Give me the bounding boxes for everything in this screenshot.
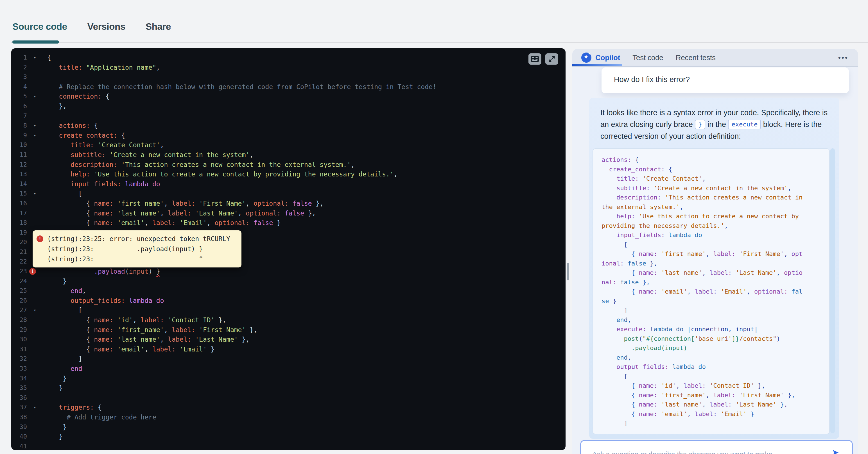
line-number: 14 xyxy=(11,179,27,189)
editor-line[interactable]: 34 } xyxy=(11,374,565,384)
editor-line[interactable]: 24 } xyxy=(11,277,565,286)
editor-line[interactable]: 26 output_fields: lambda do xyxy=(11,296,565,306)
editor-line[interactable]: 16 { name: 'first_name', label: 'First N… xyxy=(11,199,565,208)
editor-line[interactable]: 17 { name: 'last_name', label: 'Last Nam… xyxy=(11,208,565,218)
code-line: execute: lambda do |connection, input| xyxy=(601,324,829,334)
editor-line[interactable]: 3 xyxy=(11,72,565,82)
editor-line[interactable]: 40 } xyxy=(11,432,565,442)
corrected-code-block: actions: { create_contact: { title: 'Cre… xyxy=(592,148,830,434)
code-line: nal: false }, xyxy=(601,278,829,287)
editor-line[interactable]: 28 { name: 'id', label: 'Contact ID' }, xyxy=(11,315,565,325)
line-number: 15 xyxy=(11,189,27,199)
line-number: 41 xyxy=(11,442,27,450)
line-number: 27 xyxy=(11,305,27,315)
editor-line[interactable]: 31 { name: 'email', label: 'Email' } xyxy=(11,345,565,354)
code-line: the external system.', xyxy=(601,202,829,212)
editor-line[interactable]: 32 ] xyxy=(11,354,565,364)
code-text: triggers: { xyxy=(43,402,565,413)
editor-line[interactable]: 33 end xyxy=(11,364,565,374)
code-editor[interactable]: 1▾{2 title: "Application name",34 # Repl… xyxy=(11,48,565,450)
editor-line[interactable]: 39 } xyxy=(11,422,565,432)
code-text: { name: 'id', label: 'Contact ID' }, xyxy=(43,315,565,325)
editor-line[interactable]: 2 title: "Application name", xyxy=(11,63,565,72)
editor-line[interactable]: 9▾ create_contact: { xyxy=(11,131,565,140)
line-number: 9 xyxy=(11,131,27,140)
tab-recent-tests[interactable]: Recent tests xyxy=(676,53,716,62)
fullscreen-button[interactable] xyxy=(545,53,558,65)
editor-line[interactable]: 8▾ actions: { xyxy=(11,121,565,131)
code-line: create_contact: { xyxy=(601,165,829,174)
line-number: 26 xyxy=(11,296,27,306)
editor-line[interactable]: 14 input_fields: lambda do xyxy=(11,179,565,189)
code-text: input_fields: lambda do xyxy=(43,179,565,189)
code-text: } xyxy=(43,374,565,384)
code-line: end, xyxy=(601,353,829,362)
line-number: 36 xyxy=(11,393,27,403)
editor-line[interactable]: 35 } xyxy=(11,383,565,393)
code-text: [ xyxy=(43,305,565,315)
tab-versions[interactable]: Versions xyxy=(87,21,125,32)
ellipsis-menu-icon[interactable]: ••• xyxy=(838,53,848,62)
editor-line[interactable]: 27▾ [ xyxy=(11,305,565,315)
pane-resize-handle[interactable] xyxy=(567,263,569,280)
code-line: { name: 'email', label: 'Email' } xyxy=(601,409,829,419)
editor-line[interactable]: 25 end, xyxy=(11,286,565,296)
code-line: providing the necessary details.', xyxy=(601,221,829,231)
editor-line[interactable]: 36 xyxy=(11,393,565,403)
send-icon[interactable] xyxy=(832,449,840,454)
line-number: 5 xyxy=(11,92,27,101)
copilot-panel: ✦✦ Copilot Test code Recent tests ••• Ho… xyxy=(572,49,858,454)
code-text: output_fields: lambda do xyxy=(43,296,565,306)
editor-line[interactable]: 30 { name: 'last_name', label: 'Last Nam… xyxy=(11,334,565,345)
code-text: ] xyxy=(43,354,565,364)
fold-arrow-icon[interactable]: ▾ xyxy=(27,92,43,101)
code-text: create_contact: { xyxy=(43,131,565,140)
fold-arrow-icon[interactable]: ▾ xyxy=(27,189,43,199)
code-block-scrollbar[interactable] xyxy=(830,148,835,433)
line-number: 37 xyxy=(11,402,27,413)
editor-line[interactable]: 18 { name: 'email', label: 'Email', opti… xyxy=(11,218,565,228)
editor-line[interactable]: 37▾ triggers: { xyxy=(11,402,565,413)
editor-line[interactable]: 15▾ [ xyxy=(11,189,565,199)
line-number: 32 xyxy=(11,354,27,364)
editor-line[interactable]: 7 xyxy=(11,111,565,121)
editor-line[interactable]: 23! .payload(input) } xyxy=(11,267,565,277)
editor-line[interactable]: 1▾{ xyxy=(11,53,565,63)
line-number: 23 xyxy=(11,267,27,277)
fold-arrow-icon[interactable]: ▾ xyxy=(27,121,43,131)
editor-line[interactable]: 11 subtitle: 'Create a new contact in th… xyxy=(11,150,565,160)
editor-line[interactable]: 13 help: 'Use this action to create a ne… xyxy=(11,169,565,179)
editor-line[interactable]: 29 { name: 'first_name', label: 'First N… xyxy=(11,325,565,335)
editor-line[interactable]: 38 # Add trigger code here xyxy=(11,413,565,422)
editor-line[interactable]: 4 # Replace the connection hash below wi… xyxy=(11,82,565,92)
keyboard-shortcuts-button[interactable] xyxy=(528,53,541,65)
editor-line[interactable]: 10 title: 'Create Contact', xyxy=(11,140,565,150)
code-line: { name: 'email', label: 'Email', optiona… xyxy=(601,287,829,296)
tab-share[interactable]: Share xyxy=(146,21,171,32)
fold-arrow-icon[interactable]: ▾ xyxy=(27,53,43,63)
fold-arrow-icon[interactable]: ▾ xyxy=(27,402,43,413)
fold-arrow-icon[interactable]: ▾ xyxy=(27,305,43,315)
code-line: output_fields: lambda do xyxy=(601,362,829,372)
code-text: { name: 'email', label: 'Email', optiona… xyxy=(43,218,565,228)
inline-code-chip: } xyxy=(695,120,705,129)
editor-line[interactable]: 6 }, xyxy=(11,101,565,111)
tab-copilot[interactable]: Copilot xyxy=(595,53,620,62)
editor-line[interactable]: 12 description: 'This action creates a n… xyxy=(11,160,565,170)
user-message: How do I fix this error? xyxy=(601,67,849,93)
line-number: 19 xyxy=(11,228,27,238)
editor-line[interactable]: 5▾ connection: { xyxy=(11,92,565,101)
line-number: 22 xyxy=(11,257,27,267)
fold-arrow-icon[interactable]: ▾ xyxy=(27,131,43,140)
code-text xyxy=(43,72,565,82)
copilot-chat-input[interactable]: Ask a question or describe the changes y… xyxy=(580,440,853,454)
tab-source-code[interactable]: Source code xyxy=(12,21,67,32)
tab-test-code[interactable]: Test code xyxy=(632,53,663,62)
tooltip-line: !(string):23:25: error: unexpected token… xyxy=(36,234,230,244)
editor-line[interactable]: 41 xyxy=(11,442,565,450)
line-number: 29 xyxy=(11,325,27,335)
expand-icon xyxy=(549,56,555,62)
line-number: 20 xyxy=(11,237,27,247)
tooltip-line: (string):23: ^ xyxy=(36,254,230,264)
code-line: ional: false }, xyxy=(601,259,829,268)
